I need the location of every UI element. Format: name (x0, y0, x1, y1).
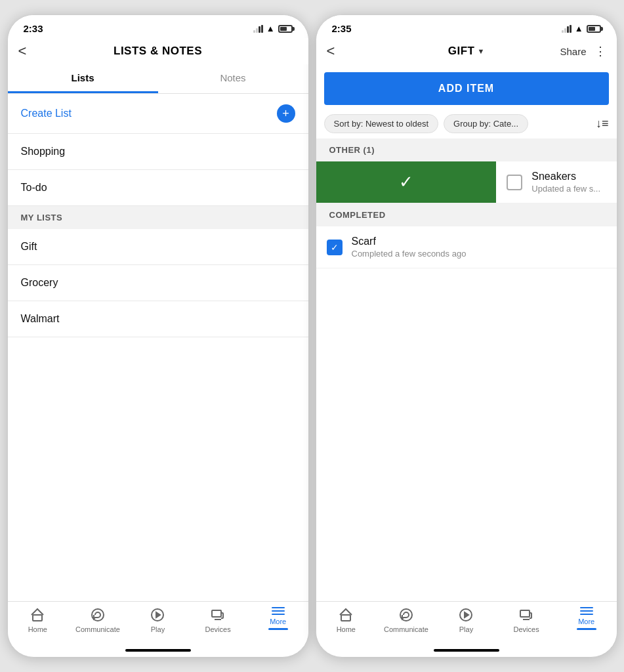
svg-rect-9 (520, 610, 530, 617)
bottom-nav-2: Home Communicate Play (316, 601, 617, 646)
tab-notes[interactable]: Notes (158, 64, 308, 93)
nav-more-label-1: More (270, 618, 286, 625)
create-list-button[interactable]: + (277, 104, 295, 123)
add-item-button[interactable]: ADD ITEM (324, 72, 609, 105)
list-item-shopping[interactable]: Shopping (8, 134, 308, 170)
battery-icon-1 (278, 25, 293, 33)
svg-rect-4 (212, 610, 221, 617)
sneakers-sub: Updated a few s... (531, 184, 600, 194)
title-container-2[interactable]: GIFT ▼ (448, 45, 485, 58)
communicate-icon-2 (398, 607, 414, 623)
nav-communicate-1[interactable]: Communicate (68, 607, 128, 633)
list-item-walmart[interactable]: Walmart (8, 301, 308, 337)
home-icon-2 (338, 607, 354, 623)
sneakers-swipe-row[interactable]: ✓ Sneakers Updated a few s... (316, 161, 617, 203)
tab-lists[interactable]: Lists (8, 64, 158, 93)
communicate-icon-1 (90, 607, 106, 623)
time-2: 2:35 (332, 23, 352, 34)
status-icons-1: ▲ (253, 24, 293, 33)
swipe-check-icon: ✓ (399, 172, 413, 192)
sort-order-icon[interactable]: ↓≡ (596, 117, 609, 131)
phone-2: 2:35 ▲ < GIFT ▼ (316, 14, 617, 658)
page-title-1: LISTS & NOTES (114, 45, 202, 58)
nav-communicate-label-1: Communicate (75, 625, 120, 633)
bottom-nav-1: Home Communicate Play (8, 601, 308, 646)
list-item-gift[interactable]: Gift (8, 229, 308, 265)
screen-1: < LISTS & NOTES Lists Notes Create List … (8, 38, 308, 657)
home-icon-1 (30, 607, 45, 623)
nav-devices-2[interactable]: Devices (496, 607, 556, 633)
time-1: 2:33 (24, 23, 43, 34)
devices-icon-1 (210, 607, 226, 623)
devices-icon-2 (518, 607, 534, 623)
sneakers-info: Sneakers Updated a few s... (531, 171, 600, 194)
create-list-text: Create List (21, 108, 72, 119)
filter-row: Sort by: Newest to oldest Group by: Cate… (316, 112, 617, 138)
nav-communicate-label-2: Communicate (384, 625, 428, 633)
play-icon-1 (150, 607, 165, 623)
nav-more-2[interactable]: More (556, 607, 617, 633)
header-2: < GIFT ▼ Share ⋮ (316, 38, 617, 64)
sneakers-checkbox[interactable] (507, 175, 522, 190)
group-filter[interactable]: Group by: Cate... (444, 114, 528, 133)
list-item-todo[interactable]: To-do (8, 170, 308, 206)
other-section-header: OTHER (1) (316, 138, 617, 161)
signal-icon-2 (562, 25, 572, 33)
screen-2: < GIFT ▼ Share ⋮ ADD ITEM Sort by: Newes… (316, 38, 617, 657)
scarf-name: Scarf (352, 236, 467, 247)
scarf-sub: Completed a few seconds ago (352, 249, 467, 259)
nav-communicate-2[interactable]: Communicate (376, 607, 436, 633)
nav-devices-label-2: Devices (514, 625, 539, 633)
completed-section-header: COMPLETED (316, 203, 617, 226)
more-icon-1 (272, 607, 285, 615)
nav-devices-label-1: Devices (205, 625, 231, 633)
signal-icon-1 (253, 25, 263, 33)
svg-marker-3 (156, 612, 160, 618)
nav-home-1[interactable]: Home (8, 607, 68, 633)
play-icon-2 (458, 607, 474, 623)
nav-play-1[interactable]: Play (128, 607, 188, 633)
back-button-1[interactable]: < (18, 43, 27, 60)
more-icon-2 (580, 607, 593, 615)
scarf-info: Scarf Completed a few seconds ago (352, 236, 467, 259)
sneakers-item: Sneakers Updated a few s... (496, 161, 616, 203)
battery-icon-2 (587, 25, 601, 33)
sort-filter[interactable]: Sort by: Newest to oldest (324, 114, 439, 133)
nav-home-label-1: Home (28, 625, 47, 633)
svg-rect-0 (33, 615, 42, 621)
list-item-grocery[interactable]: Grocery (8, 265, 308, 301)
back-button-2[interactable]: < (327, 43, 335, 60)
header-1: < LISTS & NOTES (8, 38, 308, 64)
nav-play-2[interactable]: Play (436, 607, 497, 633)
create-list-row[interactable]: Create List + (8, 94, 308, 134)
tabs-1: Lists Notes (8, 64, 308, 94)
status-bar-1: 2:33 ▲ (8, 15, 308, 38)
wifi-icon-2: ▲ (575, 24, 583, 33)
my-lists-section-header: MY LISTS (8, 206, 308, 229)
swipe-complete-action[interactable]: ✓ (316, 161, 497, 203)
sneakers-name: Sneakers (531, 171, 600, 182)
scarf-item-row: Scarf Completed a few seconds ago (316, 226, 617, 268)
nav-more-1[interactable]: More (248, 607, 308, 633)
header-actions-2: Share ⋮ (560, 44, 606, 58)
nav-home-label-2: Home (337, 625, 356, 633)
nav-devices-1[interactable]: Devices (188, 607, 248, 633)
nav-play-label-2: Play (459, 625, 473, 633)
dropdown-arrow: ▼ (477, 47, 484, 55)
page-title-2: GIFT (448, 45, 475, 58)
nav-more-label-2: More (578, 618, 594, 625)
phone-1: 2:33 ▲ < LISTS & NOTES (7, 14, 309, 658)
share-button[interactable]: Share (560, 46, 586, 57)
status-bar-2: 2:35 ▲ (316, 15, 617, 38)
nav-home-2[interactable]: Home (316, 607, 377, 633)
svg-rect-5 (341, 615, 350, 621)
status-icons-2: ▲ (562, 24, 601, 33)
nav-play-label-1: Play (151, 625, 165, 633)
svg-marker-8 (465, 612, 468, 618)
scarf-checkbox[interactable] (327, 240, 343, 255)
wifi-icon-1: ▲ (266, 24, 275, 33)
more-options-button[interactable]: ⋮ (594, 44, 606, 58)
